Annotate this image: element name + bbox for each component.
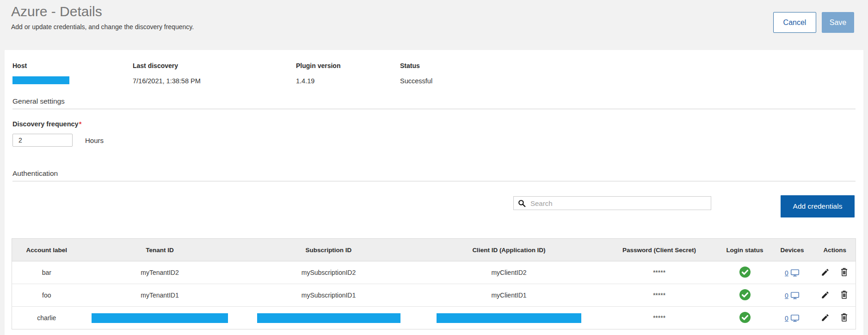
search-icon bbox=[517, 199, 526, 208]
info-status: Status Successful bbox=[400, 62, 432, 85]
cell-actions bbox=[814, 284, 856, 307]
edit-button[interactable] bbox=[821, 268, 830, 278]
col-devices: Devices bbox=[770, 239, 814, 261]
cell-login-status bbox=[720, 307, 770, 329]
cell-actions bbox=[814, 261, 856, 284]
col-account-label: Account label bbox=[12, 239, 81, 261]
edit-button[interactable] bbox=[821, 291, 830, 301]
col-client-id: Client ID (Application ID) bbox=[419, 239, 599, 261]
pencil-icon bbox=[821, 313, 830, 322]
discovery-info-grid: Host Last discovery 7/16/2021, 1:38:58 P… bbox=[5, 62, 863, 85]
cell-devices: 0 bbox=[770, 284, 814, 307]
general-settings-title: General settings bbox=[5, 97, 863, 105]
plugin-version-label: Plugin version bbox=[296, 62, 400, 69]
cell-password: ***** bbox=[599, 284, 720, 307]
cell-subscription-id bbox=[239, 307, 419, 329]
cell-tenant-id bbox=[81, 307, 239, 329]
client-id-redacted bbox=[437, 313, 581, 323]
cell-account-label: foo bbox=[12, 284, 81, 307]
login-success-icon bbox=[739, 289, 751, 301]
credentials-table: Account label Tenant ID Subscription ID … bbox=[12, 238, 856, 329]
page-header: Azure - Details Add or update credential… bbox=[0, 0, 868, 50]
cell-tenant-id: myTenantID2 bbox=[81, 261, 239, 284]
search-input[interactable] bbox=[529, 199, 707, 208]
subscription-id-redacted bbox=[257, 313, 400, 323]
status-label: Status bbox=[400, 62, 432, 69]
plugin-version-value: 1.4.19 bbox=[296, 77, 400, 85]
delete-button[interactable] bbox=[840, 267, 849, 278]
cell-login-status bbox=[720, 284, 770, 307]
cell-client-id: myClientID2 bbox=[419, 261, 599, 284]
cell-login-status bbox=[720, 261, 770, 284]
cell-account-label: charlie bbox=[12, 307, 81, 329]
cell-subscription-id: mySubscriptionID2 bbox=[239, 261, 419, 284]
host-label: Host bbox=[12, 62, 133, 69]
cell-devices: 0 bbox=[770, 261, 814, 284]
info-host: Host bbox=[12, 62, 133, 85]
header-buttons: Cancel Save bbox=[773, 12, 854, 33]
discovery-frequency-input[interactable] bbox=[12, 134, 73, 147]
table-row: foo myTenantID1 mySubscriptionID1 myClie… bbox=[12, 284, 856, 307]
col-actions: Actions bbox=[814, 239, 856, 261]
cell-account-label: bar bbox=[12, 261, 81, 284]
monitor-icon bbox=[790, 269, 800, 277]
devices-count-link[interactable]: 0 bbox=[785, 292, 788, 299]
col-tenant-id: Tenant ID bbox=[81, 239, 239, 261]
page-title: Azure - Details bbox=[11, 4, 194, 20]
page-header-text: Azure - Details Add or update credential… bbox=[11, 4, 194, 31]
general-settings-section: General settings Discovery frequency* Ho… bbox=[5, 97, 863, 147]
authentication-title: Authentication bbox=[5, 169, 863, 178]
devices-count-link[interactable]: 0 bbox=[785, 269, 788, 277]
login-success-icon bbox=[739, 311, 751, 323]
cell-password: ***** bbox=[599, 307, 720, 329]
save-button[interactable]: Save bbox=[822, 12, 854, 33]
login-success-icon bbox=[739, 266, 751, 278]
last-discovery-value: 7/16/2021, 1:38:58 PM bbox=[133, 77, 296, 85]
search-box[interactable] bbox=[513, 196, 711, 210]
cancel-button[interactable]: Cancel bbox=[773, 12, 816, 33]
frequency-unit-label: Hours bbox=[85, 136, 104, 144]
devices-count-link[interactable]: 0 bbox=[785, 315, 788, 322]
general-settings-divider bbox=[12, 109, 856, 109]
col-password: Password (Client Secret) bbox=[599, 239, 720, 261]
info-plugin-version: Plugin version 1.4.19 bbox=[296, 62, 400, 85]
required-asterisk: * bbox=[79, 120, 82, 128]
last-discovery-label: Last discovery bbox=[133, 62, 296, 69]
discovery-frequency-row: Hours bbox=[5, 134, 863, 147]
details-card: Host Last discovery 7/16/2021, 1:38:58 P… bbox=[5, 50, 863, 335]
cell-devices: 0 bbox=[770, 307, 814, 329]
host-value-redacted bbox=[12, 76, 69, 84]
trash-icon bbox=[840, 290, 849, 299]
cell-client-id: myClientID1 bbox=[419, 284, 599, 307]
table-row: charlie ***** 0 bbox=[12, 307, 856, 329]
col-subscription-id: Subscription ID bbox=[239, 239, 419, 261]
discovery-frequency-label: Discovery frequency* bbox=[5, 120, 863, 128]
pencil-icon bbox=[821, 291, 830, 299]
table-header-row: Account label Tenant ID Subscription ID … bbox=[12, 239, 856, 261]
tenant-id-redacted bbox=[92, 313, 228, 323]
monitor-icon bbox=[790, 292, 800, 299]
discovery-frequency-label-text: Discovery frequency bbox=[12, 120, 79, 128]
authentication-section: Authentication Add credentials Account l… bbox=[5, 169, 863, 329]
add-credentials-button[interactable]: Add credentials bbox=[781, 195, 855, 217]
delete-button[interactable] bbox=[840, 313, 849, 323]
delete-button[interactable] bbox=[840, 290, 849, 301]
authentication-divider bbox=[12, 181, 856, 181]
cell-password: ***** bbox=[599, 261, 720, 284]
pencil-icon bbox=[821, 268, 830, 277]
trash-icon bbox=[840, 267, 849, 277]
page-subtitle: Add or update credentials, and change th… bbox=[11, 23, 194, 31]
cell-tenant-id: myTenantID1 bbox=[81, 284, 239, 307]
col-login-status: Login status bbox=[720, 239, 770, 261]
monitor-icon bbox=[790, 314, 800, 322]
cell-client-id bbox=[419, 307, 599, 329]
trash-icon bbox=[840, 313, 849, 322]
status-value: Successful bbox=[400, 77, 432, 85]
info-last-discovery: Last discovery 7/16/2021, 1:38:58 PM bbox=[133, 62, 296, 85]
cell-subscription-id: mySubscriptionID1 bbox=[239, 284, 419, 307]
authentication-toolbar: Add credentials bbox=[5, 195, 863, 217]
edit-button[interactable] bbox=[821, 313, 830, 323]
cell-actions bbox=[814, 307, 856, 329]
table-row: bar myTenantID2 mySubscriptionID2 myClie… bbox=[12, 261, 856, 284]
